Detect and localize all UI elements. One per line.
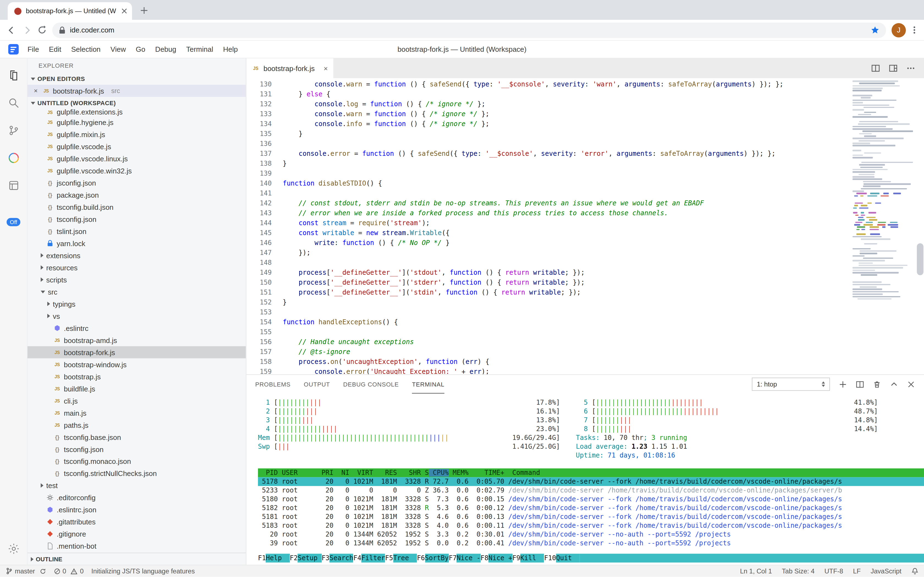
tree-item-bootstrap-fork.js[interactable]: JSbootstrap-fork.js	[27, 346, 246, 358]
tree-item-buildfile.js[interactable]: JSbuildfile.js	[27, 383, 246, 395]
tree-item-.eslintrc[interactable]: .eslintrc	[27, 322, 246, 334]
coder-logo-icon[interactable]	[8, 44, 19, 55]
tree-item-cli.js[interactable]: JScli.js	[27, 395, 246, 407]
menu-terminal[interactable]: Terminal	[181, 40, 218, 58]
minimap-mark	[852, 171, 875, 172]
menu-go[interactable]: Go	[131, 40, 150, 58]
tree-item-scripts[interactable]: scripts	[27, 274, 246, 286]
tree-item-paths.js[interactable]: JSpaths.js	[27, 419, 246, 431]
tree-item-.editorconfig[interactable]: .editorconfig	[27, 492, 246, 503]
tree-item-jsconfig.json[interactable]: {}jsconfig.json	[27, 177, 246, 189]
new-terminal-icon[interactable]	[839, 380, 847, 388]
editor-tab-bootstrap-fork[interactable]: JS bootstrap-fork.js ×	[246, 58, 333, 78]
preview-box-icon[interactable]	[4, 176, 23, 195]
cursor-position[interactable]: Ln 1, Col 1	[740, 567, 772, 575]
kill-terminal-icon[interactable]	[873, 380, 881, 388]
off-badge[interactable]: Off	[6, 218, 20, 226]
menu-help[interactable]: Help	[218, 40, 243, 58]
editor-scrollbar[interactable]	[917, 243, 924, 275]
code-editor[interactable]: 130 console.warn = function () { safeSen…	[246, 78, 924, 374]
notifications-bell-icon[interactable]	[911, 567, 919, 575]
back-button[interactable]	[6, 25, 16, 35]
menu-selection[interactable]: Selection	[66, 40, 106, 58]
terminal-selector[interactable]: 1: htop	[752, 378, 830, 391]
terminal[interactable]: 1 [||||||||||| 17.8%] 5 [|||||||||||||||…	[246, 394, 924, 565]
panel-tab-output[interactable]: OUTPUT	[304, 375, 330, 394]
address-bar[interactable]: ide.coder.com	[52, 22, 886, 38]
open-editors-header[interactable]: OPEN EDITORS	[27, 73, 246, 85]
tab-close-icon[interactable]	[121, 8, 128, 15]
browser-menu-icon[interactable]	[911, 26, 918, 34]
workspace-header[interactable]: UNTITLED (WORKSPACE)	[27, 97, 246, 109]
tree-item-gulpfile.mixin.js[interactable]: JSgulpfile.mixin.js	[27, 128, 246, 140]
tree-item-tslint.json[interactable]: {}tslint.json	[27, 225, 246, 237]
bookmark-star-icon[interactable]	[871, 26, 879, 34]
tree-item-package.json[interactable]: {}package.json	[27, 189, 246, 201]
profile-avatar[interactable]: J	[892, 23, 906, 37]
maximize-panel-icon[interactable]	[890, 380, 898, 388]
tree-item-gulpfile.extensions.js[interactable]: JSgulpfile.extensions.js	[27, 109, 246, 116]
status-message[interactable]: Initializing JS/TS language features	[91, 567, 195, 575]
menu-edit[interactable]: Edit	[44, 40, 66, 58]
tree-item-gulpfile.vscode.win32.js[interactable]: JSgulpfile.vscode.win32.js	[27, 164, 246, 177]
new-tab-button[interactable]	[137, 3, 152, 18]
minimap[interactable]	[852, 81, 915, 374]
branch-indicator[interactable]: master	[5, 567, 46, 575]
panel-tab-problems[interactable]: PROBLEMS	[255, 375, 291, 394]
tree-item-.eslintrc.json[interactable]: .eslintrc.json	[27, 503, 246, 516]
tree-item-resources[interactable]: resources	[27, 261, 246, 274]
code-line-158: 158 process.on('uncaughtException', func…	[246, 357, 924, 367]
tree-item-tsconfig.strictNullChecks.json[interactable]: {}tsconfig.strictNullChecks.json	[27, 467, 246, 479]
tree-item-test[interactable]: test	[27, 479, 246, 492]
reload-button[interactable]	[37, 25, 47, 35]
browser-tab[interactable]: bootstrap-fork.js — Untitled (W	[8, 2, 132, 20]
open-editor-item[interactable]: × JS bootstrap-fork.js src	[27, 85, 246, 97]
panel-tab-debug-console[interactable]: DEBUG CONSOLE	[343, 375, 399, 394]
tree-item-.gitignore[interactable]: .gitignore	[27, 528, 246, 540]
tree-item-vs[interactable]: vs	[27, 310, 246, 322]
close-panel-icon[interactable]	[907, 380, 915, 388]
tree-item-tsconfig.build.json[interactable]: {}tsconfig.build.json	[27, 201, 246, 213]
panel-header: PROBLEMSOUTPUTDEBUG CONSOLETERMINAL 1: h…	[246, 375, 924, 394]
explorer-icon[interactable]	[4, 66, 23, 85]
split-terminal-icon[interactable]	[856, 380, 864, 388]
toggle-layout-icon[interactable]	[889, 64, 898, 73]
language-mode[interactable]: JavaScript	[871, 567, 902, 575]
problems-indicator[interactable]: 0 0	[54, 567, 84, 575]
tree-item-gulpfile.hygiene.js[interactable]: JSgulpfile.hygiene.js	[27, 116, 246, 128]
forward-button[interactable]	[22, 25, 32, 35]
tree-item-gulpfile.vscode.linux.js[interactable]: JSgulpfile.vscode.linux.js	[27, 153, 246, 164]
tree-item-tsconfig.json[interactable]: {}tsconfig.json	[27, 443, 246, 455]
tree-item-tsconfig.monaco.json[interactable]: {}tsconfig.monaco.json	[27, 455, 246, 467]
tree-item-bootstrap.js[interactable]: JSbootstrap.js	[27, 371, 246, 383]
eol[interactable]: LF	[853, 567, 861, 575]
tree-item-gulpfile.vscode.js[interactable]: JSgulpfile.vscode.js	[27, 140, 246, 153]
source-control-icon[interactable]	[4, 121, 23, 140]
tab-size[interactable]: Tab Size: 4	[782, 567, 815, 575]
encoding[interactable]: UTF-8	[824, 567, 843, 575]
tree-item-bootstrap-window.js[interactable]: JSbootstrap-window.js	[27, 358, 246, 371]
menu-view[interactable]: View	[106, 40, 131, 58]
tree-item-.gitattributes[interactable]: .gitattributes	[27, 516, 246, 528]
tree-item-.mention-bot[interactable]: .mention-bot	[27, 540, 246, 552]
tree-item-bootstrap-amd.js[interactable]: JSbootstrap-amd.js	[27, 334, 246, 346]
menu-debug[interactable]: Debug	[150, 40, 181, 58]
tree-item-main.js[interactable]: JSmain.js	[27, 407, 246, 419]
tree-item-tsconfig.json[interactable]: {}tsconfig.json	[27, 213, 246, 225]
close-editor-icon[interactable]: ×	[32, 87, 40, 95]
search-icon[interactable]	[4, 93, 23, 112]
tree-item-extensions[interactable]: extensions	[27, 250, 246, 261]
tree-item-yarn.lock[interactable]: yarn.lock	[27, 237, 246, 250]
tree-item-src[interactable]: src	[27, 286, 246, 298]
extension-circle-icon[interactable]	[4, 149, 23, 168]
settings-gear-icon[interactable]	[4, 539, 23, 558]
tree-item-tsconfig.base.json[interactable]: {}tsconfig.base.json	[27, 431, 246, 443]
outline-header[interactable]: OUTLINE	[27, 553, 246, 565]
panel-tab-terminal[interactable]: TERMINAL	[412, 375, 445, 394]
close-tab-icon[interactable]: ×	[323, 64, 328, 73]
js-file-icon: JS	[42, 87, 50, 95]
menu-file[interactable]: File	[22, 40, 44, 58]
split-editor-icon[interactable]	[871, 64, 880, 73]
tree-item-typings[interactable]: typings	[27, 298, 246, 310]
more-actions-icon[interactable]	[906, 64, 915, 73]
